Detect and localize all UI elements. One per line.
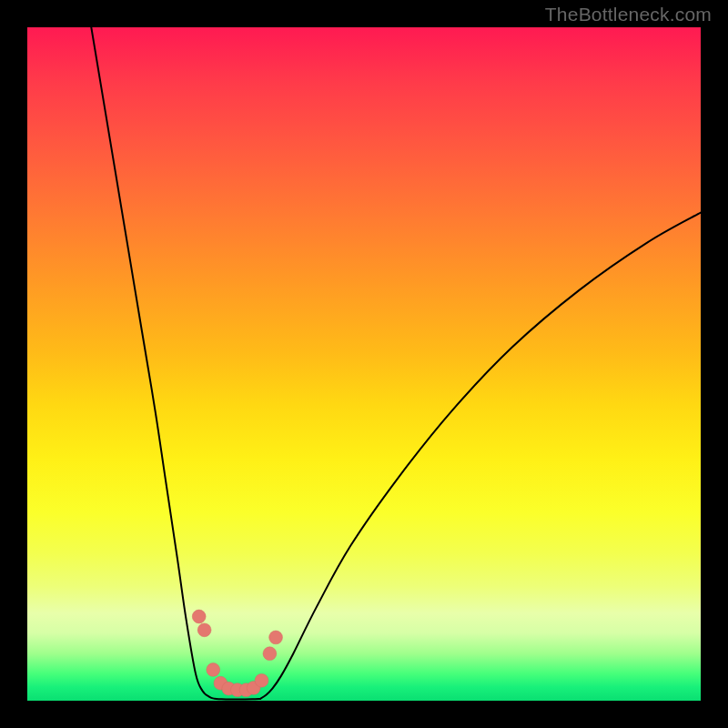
chart-frame: TheBottleneck.com [0, 0, 728, 728]
marker-dot [192, 610, 206, 623]
marker-dot [197, 623, 211, 637]
marker-dot [263, 647, 277, 661]
marker-dot [269, 631, 283, 644]
watermark-text: TheBottleneck.com [545, 4, 712, 25]
plot-area [27, 27, 701, 701]
marker-dot [207, 663, 220, 677]
curve-markers [192, 610, 282, 696]
marker-dot [255, 673, 268, 687]
curve-svg [27, 27, 701, 701]
bottleneck-curve [91, 27, 701, 700]
